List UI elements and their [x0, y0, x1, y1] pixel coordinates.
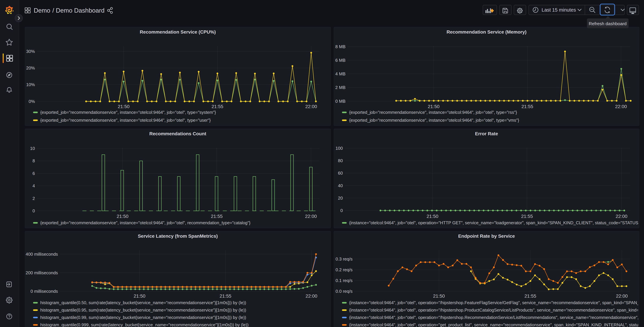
svg-text:{exported_job="recommendations: {exported_job="recommendationservice", i…: [349, 110, 517, 115]
svg-text:30%: 30%: [26, 49, 35, 54]
svg-text:{exported_job="recommendations: {exported_job="recommendationservice", i…: [40, 220, 250, 225]
svg-text:8 MB: 8 MB: [335, 44, 346, 49]
svg-text:Recommendations Count: Recommendations Count: [149, 131, 206, 136]
svg-text:21:50: 21:50: [433, 294, 445, 299]
svg-text:6: 6: [32, 171, 35, 176]
svg-text:histogram_quantile(0.95, sum(r: histogram_quantile(0.95, sum(rate(latenc…: [40, 308, 246, 312]
svg-text:Recommendation Service (CPU%): Recommendation Service (CPU%): [140, 30, 216, 34]
svg-text:{instance="otelcol:9464", job=: {instance="otelcol:9464", job="otel", op…: [349, 315, 644, 320]
svg-text:8: 8: [32, 158, 35, 163]
svg-text:histogram_quantile(0.50, sum(r: histogram_quantile(0.50, sum(rate(latenc…: [40, 300, 246, 305]
svg-text:21:50: 21:50: [426, 214, 438, 219]
svg-text:22:00: 22:00: [616, 294, 628, 299]
svg-text:2 MB: 2 MB: [335, 85, 346, 90]
svg-text:21:55: 21:55: [521, 214, 533, 219]
svg-text:{instance="otelcol:9464", job=: {instance="otelcol:9464", job="otel", op…: [349, 300, 644, 305]
svg-text:0%: 0%: [28, 99, 35, 104]
svg-text:21:50: 21:50: [134, 294, 146, 299]
svg-text:100: 100: [336, 146, 343, 151]
svg-text:histogram_quantile(0.999, sum(: histogram_quantile(0.999, sum(rate(laten…: [40, 322, 249, 327]
svg-text:0.0 req/s: 0.0 req/s: [336, 289, 352, 294]
svg-text:/ Demo Dashboard: / Demo Dashboard: [52, 7, 104, 14]
svg-text:4: 4: [32, 183, 35, 188]
svg-text:22:00: 22:00: [616, 214, 628, 219]
svg-text:{instance="otelcol:9464", job=: {instance="otelcol:9464", job="otel", op…: [349, 322, 644, 327]
svg-text:21:50: 21:50: [118, 104, 130, 109]
svg-text:22:00: 22:00: [305, 214, 317, 219]
svg-text:0.1 req/s: 0.1 req/s: [336, 278, 352, 283]
svg-text:{instance="otelcol:9464", job=: {instance="otelcol:9464", job="otel", op…: [349, 308, 644, 312]
svg-text:22:00: 22:00: [306, 104, 317, 109]
svg-text:Refresh dashboard: Refresh dashboard: [589, 21, 626, 26]
svg-text:20: 20: [338, 196, 343, 200]
svg-text:21:55: 21:55: [212, 104, 223, 109]
svg-text:{exported_job="recommendations: {exported_job="recommendationservice", i…: [40, 110, 216, 115]
svg-text:4 MB: 4 MB: [335, 71, 346, 76]
svg-text:21:55: 21:55: [522, 104, 533, 109]
svg-text:Demo: Demo: [34, 7, 50, 14]
svg-text:0 milliseconds: 0 milliseconds: [30, 289, 58, 294]
svg-text:21:55: 21:55: [211, 214, 222, 219]
svg-text:2: 2: [32, 196, 35, 201]
svg-text:21:55: 21:55: [524, 294, 536, 299]
svg-text:400 milliseconds: 400 milliseconds: [26, 252, 58, 257]
svg-text:Endpoint Rate by Service: Endpoint Rate by Service: [458, 234, 515, 239]
svg-text:40: 40: [338, 183, 343, 188]
svg-text:0.3 req/s: 0.3 req/s: [336, 256, 352, 262]
svg-text:0: 0: [32, 208, 35, 213]
svg-text:60: 60: [338, 170, 343, 176]
svg-text:histogram_quantile(0.99, sum(r: histogram_quantile(0.99, sum(rate(latenc…: [40, 315, 246, 320]
svg-text:Recommendation Service (Memory: Recommendation Service (Memory): [446, 30, 526, 34]
svg-text:21:55: 21:55: [220, 294, 231, 299]
svg-text:10: 10: [30, 146, 35, 151]
svg-text:{instance="otelcol:9464", job=: {instance="otelcol:9464", job="otel", op…: [349, 220, 644, 225]
svg-text:22:00: 22:00: [306, 294, 317, 299]
svg-text:Last 15 minutes: Last 15 minutes: [542, 7, 576, 12]
svg-text:Service Latency (from SpanMetr: Service Latency (from SpanMetrics): [138, 234, 218, 239]
svg-text:{exported_job="recommendations: {exported_job="recommendationservice", i…: [349, 118, 519, 122]
svg-text:21:50: 21:50: [428, 104, 440, 109]
svg-text:6 MB: 6 MB: [335, 58, 346, 63]
svg-text:200 milliseconds: 200 milliseconds: [26, 270, 58, 275]
svg-text:21:50: 21:50: [117, 214, 128, 219]
svg-text:Error Rate: Error Rate: [475, 131, 498, 136]
svg-text:{exported_job="recommendations: {exported_job="recommendationservice", i…: [40, 118, 211, 122]
svg-text:0.2 req/s: 0.2 req/s: [336, 267, 352, 272]
svg-text:80: 80: [338, 158, 343, 163]
svg-text:0: 0: [340, 208, 343, 213]
svg-text:10%: 10%: [26, 82, 35, 87]
svg-text:20%: 20%: [26, 66, 35, 70]
svg-text:22:00: 22:00: [615, 104, 627, 109]
svg-text:0 MB: 0 MB: [335, 99, 346, 104]
